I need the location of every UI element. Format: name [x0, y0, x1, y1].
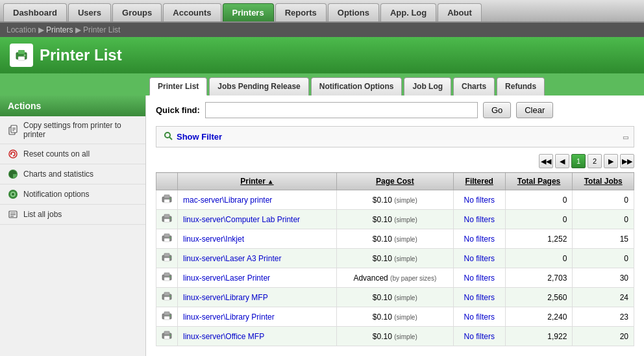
sidebar-title: Actions: [0, 95, 145, 116]
page-1-button[interactable]: 1: [571, 154, 586, 168]
sub-tab-jobs-pending[interactable]: Jobs Pending Release: [209, 77, 308, 95]
clear-button[interactable]: Clear: [516, 102, 553, 118]
nav-tab-reports[interactable]: Reports: [275, 3, 327, 21]
row-total-jobs: 0: [573, 249, 634, 268]
row-total-pages: 0: [505, 249, 573, 268]
nav-tab-accounts[interactable]: Accounts: [163, 3, 221, 21]
row-printer-icon: [156, 210, 178, 229]
sort-jobs-link[interactable]: Total Jobs: [584, 177, 623, 186]
row-filtered: No filters: [453, 249, 505, 268]
row-printer-name: linux-server\Laser A3 Printer: [178, 249, 337, 268]
row-total-pages: 1,922: [505, 327, 573, 346]
sort-pages-link[interactable]: Total Pages: [517, 177, 560, 186]
row-printer-icon: [156, 229, 178, 249]
breadcrumb: Location ▶ Printers ▶ Printer List: [0, 23, 644, 37]
row-page-cost: $0.10 (simple): [336, 307, 453, 327]
printer-link[interactable]: linux-server\Inkjet: [183, 235, 244, 244]
row-total-pages: 2,560: [505, 288, 573, 307]
sidebar-item-charts-label: Charts and statistics: [23, 170, 93, 179]
sidebar-item-copy-settings[interactable]: Copy settings from printer to printer: [0, 116, 145, 144]
nav-tab-dashboard[interactable]: Dashboard: [3, 3, 67, 21]
page-next-button[interactable]: ▶: [604, 154, 618, 168]
printer-header-icon: [10, 44, 33, 67]
printer-link[interactable]: linux-server\Library MFP: [183, 293, 268, 302]
sub-tab-job-log[interactable]: Job Log: [404, 77, 451, 95]
sidebar-item-charts[interactable]: Charts and statistics: [0, 164, 145, 184]
row-printer-icon: [156, 268, 178, 288]
breadcrumb-current: Printer List: [83, 25, 120, 34]
printer-link[interactable]: linux-server\Office MFP: [183, 332, 264, 341]
sub-tab-charts[interactable]: Charts: [453, 77, 495, 95]
sidebar-item-reset-counts[interactable]: Reset counts on all: [0, 144, 145, 164]
table-row: linux-server\Laser A3 Printer $0.10 (sim…: [156, 249, 634, 268]
printer-link[interactable]: linux-server\Laser Printer: [183, 273, 270, 283]
svg-line-20: [169, 137, 172, 140]
row-filtered: No filters: [453, 327, 505, 346]
go-button[interactable]: Go: [483, 102, 511, 118]
svg-point-52: [169, 335, 171, 336]
sidebar-item-notification[interactable]: Notification options: [0, 184, 145, 205]
filter-link[interactable]: No filters: [464, 293, 495, 302]
filter-link[interactable]: No filters: [464, 196, 495, 205]
row-printer-name: linux-server\Office MFP: [178, 327, 337, 346]
filter-link[interactable]: No filters: [464, 235, 495, 244]
page-2-button[interactable]: 2: [588, 154, 602, 168]
row-total-pages: 2,703: [505, 268, 573, 288]
list-icon: [8, 209, 18, 220]
row-printer-name: mac-server\Library printer: [178, 190, 337, 210]
nav-tab-options[interactable]: Options: [328, 3, 379, 21]
nav-tab-applog[interactable]: App. Log: [380, 3, 436, 21]
page-prev-button[interactable]: ◀: [555, 154, 569, 168]
page-first-button[interactable]: ◀◀: [539, 154, 553, 168]
nav-tab-users[interactable]: Users: [68, 3, 111, 21]
table-row: linux-server\Laser Printer Advanced (by …: [156, 268, 634, 288]
top-navigation: Dashboard Users Groups Accounts Printers…: [0, 0, 644, 23]
svg-rect-35: [164, 258, 169, 261]
sidebar-item-reset-label: Reset counts on all: [23, 149, 90, 159]
sub-tab-refunds[interactable]: Refunds: [497, 77, 545, 95]
filter-link[interactable]: No filters: [464, 254, 495, 263]
notification-icon: [8, 189, 18, 199]
filter-link[interactable]: No filters: [464, 215, 495, 224]
show-filter-label: Show Filter: [177, 132, 222, 142]
row-printer-name: linux-server\Library MFP: [178, 288, 337, 307]
sub-tabs: Printer List Jobs Pending Release Notifi…: [0, 73, 644, 95]
row-total-pages: 1,252: [505, 229, 573, 249]
sub-tab-printer-list[interactable]: Printer List: [149, 77, 207, 95]
filter-link[interactable]: No filters: [464, 332, 495, 341]
page-last-button[interactable]: ▶▶: [620, 154, 634, 168]
printer-link[interactable]: linux-server\Computer Lab Printer: [183, 215, 300, 224]
filter-link[interactable]: No filters: [464, 273, 495, 283]
nav-tab-about[interactable]: About: [438, 3, 482, 21]
sort-filtered-link[interactable]: Filtered: [465, 177, 493, 186]
quick-find-input[interactable]: [205, 102, 478, 118]
nav-tab-groups[interactable]: Groups: [112, 3, 162, 21]
row-total-jobs: 24: [573, 288, 634, 307]
breadcrumb-printers[interactable]: Printers: [46, 25, 73, 34]
svg-rect-30: [164, 234, 169, 237]
printer-link[interactable]: linux-server\Laser A3 Printer: [183, 254, 281, 263]
printers-table: Printer Page Cost Filtered Total Pages T…: [156, 172, 634, 346]
row-filtered: No filters: [453, 288, 505, 307]
sub-tab-notification-options[interactable]: Notification Options: [311, 77, 402, 95]
svg-rect-39: [164, 277, 169, 281]
row-total-pages: 0: [505, 190, 573, 210]
row-filtered: No filters: [453, 210, 505, 229]
chart-icon: [8, 169, 18, 179]
nav-tab-printers[interactable]: Printers: [223, 3, 274, 21]
svg-point-9: [9, 150, 17, 158]
reset-icon: [8, 149, 18, 159]
table-row: linux-server\Library MFP $0.10 (simple) …: [156, 288, 634, 307]
printer-link[interactable]: linux-server\Library Printer: [183, 312, 275, 322]
row-total-pages: 0: [505, 210, 573, 229]
printer-link[interactable]: mac-server\Library printer: [183, 196, 272, 205]
show-filter[interactable]: Show Filter ▭: [156, 126, 634, 147]
filter-link[interactable]: No filters: [464, 312, 495, 322]
sort-cost-link[interactable]: Page Cost: [376, 177, 414, 186]
sidebar-item-list-jobs[interactable]: List all jobs: [0, 205, 145, 225]
svg-rect-2: [18, 57, 25, 60]
svg-rect-51: [164, 336, 169, 339]
row-printer-name: linux-server\Library Printer: [178, 307, 337, 327]
svg-point-48: [169, 315, 171, 316]
sort-printer-link[interactable]: Printer: [240, 177, 273, 186]
